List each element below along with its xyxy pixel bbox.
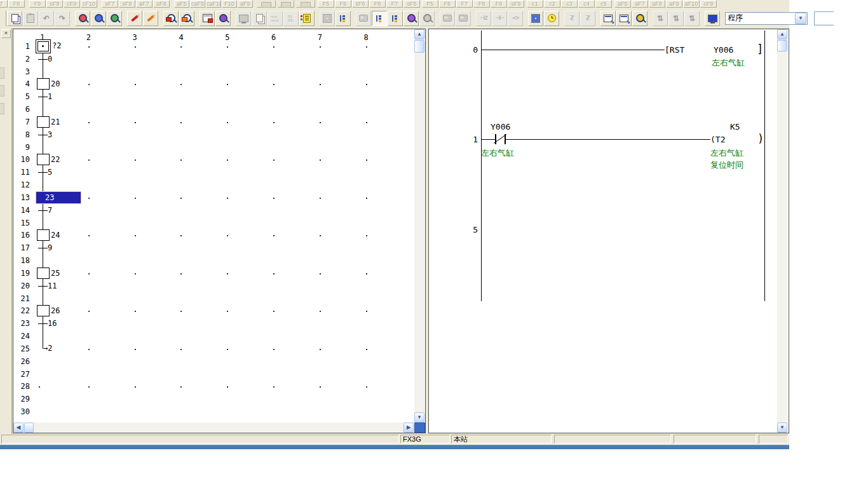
write-pencil-button[interactable] xyxy=(127,11,142,26)
fkey-button-f6[interactable]: F6 xyxy=(439,0,456,8)
fkey-button-caf5[interactable]: caF5 xyxy=(190,0,205,8)
sfc-transition[interactable] xyxy=(38,59,48,60)
timer-coil[interactable]: (T2 xyxy=(710,135,725,144)
fkey-button-f6[interactable]: F6 xyxy=(335,0,351,8)
fkey-button-f7[interactable]: F7 xyxy=(386,0,403,8)
sfc-step[interactable] xyxy=(37,305,50,316)
open-window-1-button[interactable] xyxy=(600,11,616,26)
fkey-button-c3[interactable]: c3 xyxy=(561,0,578,8)
block-sort-button[interactable] xyxy=(336,11,351,26)
program-combo[interactable]: 程序▼ xyxy=(725,12,808,25)
insert-pencil-button[interactable] xyxy=(143,11,158,26)
chevron-down-icon[interactable]: ▼ xyxy=(795,13,806,24)
read-mode-button[interactable] xyxy=(372,11,387,26)
fkey-button-af9[interactable]: aF9 xyxy=(666,0,682,8)
ladder-vscroll-thumb[interactable] xyxy=(777,40,787,51)
fkey-button-af8[interactable]: aF8 xyxy=(649,0,665,8)
fkey-button-f9[interactable]: F9 xyxy=(29,0,46,8)
nc-contact-icon[interactable] xyxy=(495,134,496,144)
fkey-button-f10[interactable]: F10 xyxy=(222,0,237,8)
sfc-jump[interactable]: →2 xyxy=(43,344,52,353)
fkey-button-caf10[interactable]: caF10 xyxy=(206,0,221,8)
sfc-step[interactable] xyxy=(37,268,50,279)
rst-instruction[interactable]: [RST xyxy=(665,45,684,55)
scroll-up-icon[interactable]: ▲ xyxy=(777,29,787,39)
open-window-2-button[interactable] xyxy=(616,11,632,26)
fkey-button-f8[interactable]: F8 xyxy=(8,0,25,8)
sfc-transition[interactable] xyxy=(38,323,48,324)
fkey-button-f5[interactable]: F5 xyxy=(422,0,438,8)
find-replace-button[interactable] xyxy=(107,11,122,26)
sfc-transition[interactable] xyxy=(38,286,48,287)
circuit-preview-button[interactable] xyxy=(215,11,231,26)
fkey-button-f5[interactable]: F5 xyxy=(318,0,334,8)
device-memory-button[interactable] xyxy=(528,11,543,26)
device-search-box[interactable] xyxy=(814,11,834,25)
zoom-part-button[interactable] xyxy=(179,11,194,26)
find-window-button[interactable] xyxy=(632,11,648,26)
fkey-button-c1[interactable]: c1 xyxy=(527,0,543,8)
sfc-transition[interactable] xyxy=(38,135,48,135)
sfc-step[interactable] xyxy=(37,154,50,165)
fkey-button-sf6[interactable]: sF6 xyxy=(352,0,369,8)
rst-device[interactable]: Y006 xyxy=(714,45,733,55)
sfc-transition[interactable] xyxy=(38,248,48,248)
fkey-button-af9[interactable]: aF9 xyxy=(238,0,253,8)
fkey-button-f7[interactable]: F7 xyxy=(456,0,473,8)
sfc-vscroll-thumb[interactable] xyxy=(414,40,424,53)
scroll-right-icon[interactable]: ▶ xyxy=(403,423,414,433)
write-mode-button[interactable] xyxy=(388,11,403,26)
fkey-button-sf8[interactable]: sF8 xyxy=(119,0,135,8)
scroll-up-icon[interactable]: ▲ xyxy=(414,29,424,39)
sfc-initial-step[interactable] xyxy=(36,39,51,53)
sfc-vscrollbar[interactable] xyxy=(414,29,424,423)
fkey-button-f9[interactable]: F9 xyxy=(491,0,507,8)
sfc-step[interactable] xyxy=(37,116,50,128)
fkey-button-af5[interactable]: aF5 xyxy=(174,0,189,8)
scroll-left-icon[interactable]: ◀ xyxy=(13,423,24,433)
fkey-button-f8[interactable]: F8 xyxy=(473,0,490,8)
scrollbar-corner-box[interactable] xyxy=(414,423,425,433)
fkey-button-cf9[interactable]: cF9 xyxy=(64,0,80,8)
clock-setup-button[interactable] xyxy=(544,11,559,26)
sfc-transition[interactable] xyxy=(38,172,48,173)
ladder-vscrollbar[interactable] xyxy=(777,29,787,433)
fkey-button-cf10[interactable]: cF10 xyxy=(81,0,97,8)
scroll-down-icon[interactable]: ▼ xyxy=(414,412,424,423)
sfc-hscroll-thumb[interactable] xyxy=(24,423,34,433)
fkey-button-cf9[interactable]: cF9 xyxy=(700,0,717,8)
fkey-button-af7[interactable]: aF7 xyxy=(632,0,648,8)
sfc-step-selected[interactable]: 23 xyxy=(36,192,81,203)
sfc-transition[interactable] xyxy=(38,210,48,211)
sfc-step-label: 21 xyxy=(51,118,60,126)
monitor-mode-button[interactable] xyxy=(403,11,419,26)
sfc-transition[interactable] xyxy=(38,97,48,97)
fkey-button-af10[interactable]: aF10 xyxy=(683,0,700,8)
fkey-button-sf7[interactable]: sF7 xyxy=(102,0,118,8)
sfc-hscrollbar[interactable] xyxy=(13,423,414,433)
fkey-button-c2[interactable]: c2 xyxy=(544,0,560,8)
comment-display-button[interactable] xyxy=(705,11,720,26)
split-window-button[interactable] xyxy=(200,11,215,26)
fkey-button-sf9[interactable]: sF9 xyxy=(508,0,524,8)
fkey-button-sf5[interactable]: sF5 xyxy=(403,0,420,8)
fkey-button-sf9[interactable]: sF9 xyxy=(46,0,63,8)
sfc-row-number: 21 xyxy=(13,294,30,303)
sfc-step[interactable] xyxy=(37,78,50,90)
zoom-area-button[interactable] xyxy=(163,11,179,26)
fkey-button-f8[interactable]: F8 xyxy=(369,0,386,8)
fkey-button-af5[interactable]: aF5 xyxy=(614,0,631,8)
fkey-button-f7[interactable]: F7 xyxy=(0,0,8,8)
copy-button[interactable] xyxy=(7,11,22,26)
scroll-down-icon[interactable]: ▼ xyxy=(777,423,787,433)
fkey-button-c5[interactable]: c5 xyxy=(595,0,612,8)
fkey-button-af7[interactable]: aF7 xyxy=(136,0,153,8)
find-button[interactable] xyxy=(75,11,90,26)
fkey-button-c4[interactable]: c4 xyxy=(578,0,595,8)
sfc-step[interactable] xyxy=(37,229,50,241)
sfc-grid-dot xyxy=(88,235,90,236)
find-device-button[interactable] xyxy=(91,11,106,26)
block-list-button[interactable] xyxy=(299,11,315,26)
close-icon[interactable]: × xyxy=(1,29,11,38)
fkey-button-af8[interactable]: aF8 xyxy=(153,0,170,8)
